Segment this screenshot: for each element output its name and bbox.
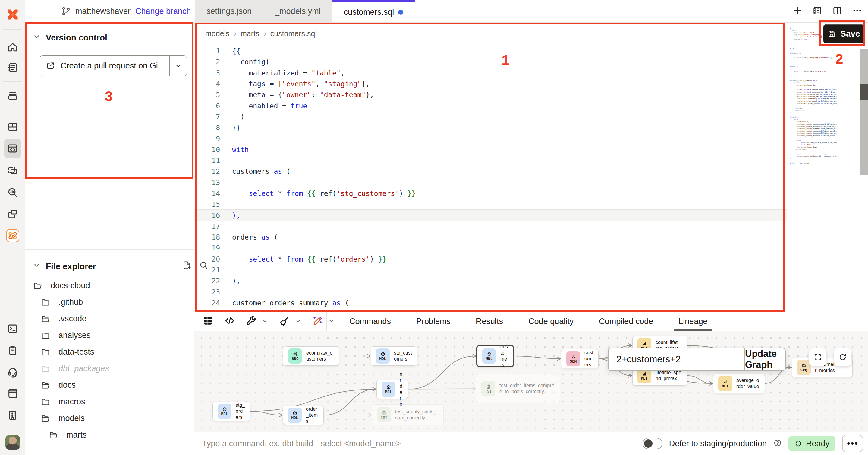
- lineage-node-customers[interactable]: MDLcustomers: [476, 345, 514, 367]
- split-view-icon[interactable]: [832, 5, 843, 17]
- code-line-6[interactable]: 6 enabled = true: [194, 100, 786, 111]
- panel-tab-problems[interactable]: Problems: [404, 312, 463, 331]
- panel-tab-compiled-code[interactable]: Compiled code: [586, 312, 666, 331]
- code-line-11[interactable]: 11: [194, 155, 786, 166]
- tree-item-.github[interactable]: .github: [25, 294, 194, 311]
- code-lines[interactable]: 1{{2 config(3 materialized = "table",4 t…: [194, 46, 786, 308]
- nav-notes-icon[interactable]: [6, 344, 19, 357]
- chevron-down-icon[interactable]: [301, 317, 302, 325]
- lineage-node-customers[interactable]: SEMcustomers: [561, 349, 598, 368]
- lint-button[interactable]: [279, 315, 290, 328]
- code-line-21[interactable]: 21: [194, 265, 786, 276]
- save-button[interactable]: Save: [823, 24, 864, 44]
- panel-tab-results[interactable]: Results: [463, 312, 516, 331]
- new-tab-icon[interactable]: [792, 5, 803, 17]
- lineage-node-test_supply_costs_sum_correctly[interactable]: TSTtest_supply_costs_sum_correctly: [372, 404, 444, 425]
- command-input[interactable]: Type a command, ex. dbt build --select <…: [202, 432, 564, 455]
- code-line-10[interactable]: 10with: [194, 144, 786, 155]
- code-line-18[interactable]: 18orders as (: [194, 232, 786, 243]
- lineage-node-order_items[interactable]: MDLorder_items: [283, 405, 324, 425]
- tree-item-analyses[interactable]: analyses: [25, 327, 194, 344]
- lineage-node-test_order_items_compute_to_bools_correctly[interactable]: TSTtest_order_items_compute_to_bools_cor…: [476, 374, 560, 403]
- code-line-5[interactable]: 5 meta = {"owner": "data-team"},: [194, 89, 786, 100]
- code-line-17[interactable]: 17: [194, 221, 786, 232]
- code-line-3[interactable]: 3 materialized = "table",: [194, 67, 786, 79]
- code-line-24[interactable]: 24customer_orders_summary as (: [194, 297, 786, 308]
- panel-tab-commands[interactable]: Commands: [337, 312, 404, 331]
- nav-notebooks-icon[interactable]: [6, 61, 19, 74]
- change-branch-link[interactable]: Change branch: [135, 7, 191, 16]
- breadcrumb-item[interactable]: customers.sql: [270, 29, 317, 38]
- panel-tab-lineage[interactable]: Lineage: [666, 312, 720, 331]
- breadcrumb-item[interactable]: models: [205, 29, 230, 38]
- code-line-2[interactable]: 2 config(: [194, 56, 786, 67]
- nav-support-icon[interactable]: [6, 365, 19, 379]
- tab-customers.sql[interactable]: customers.sql: [333, 0, 415, 22]
- code-line-14[interactable]: 14 select * from {{ ref('stg_customers')…: [194, 188, 786, 199]
- refresh-button[interactable]: [834, 348, 851, 366]
- preview-button[interactable]: [202, 315, 214, 328]
- chevron-down-icon[interactable]: [267, 317, 269, 325]
- scrollbar[interactable]: [860, 49, 868, 175]
- update-graph-button[interactable]: Update Graph: [744, 348, 785, 370]
- defer-toggle[interactable]: [643, 438, 662, 449]
- code-line-1[interactable]: 1{{: [194, 46, 786, 56]
- code-line-9[interactable]: 9: [194, 133, 786, 144]
- tree-item-macros[interactable]: macros: [25, 394, 194, 410]
- nav-orchestration-icon[interactable]: [6, 207, 19, 221]
- tree-item-dbt_packages[interactable]: dbt_packages: [25, 360, 194, 377]
- code-line-20[interactable]: 20 select * from {{ ref('orders') }}: [194, 254, 786, 265]
- nav-account-icon[interactable]: [6, 408, 19, 422]
- chevron-down-icon[interactable]: [33, 261, 41, 272]
- lineage-node-stg_orders[interactable]: MDLstg_orders: [213, 402, 250, 421]
- build-button[interactable]: [246, 315, 257, 328]
- branch-name[interactable]: matthewshaver-patc: [75, 7, 131, 16]
- copilot-fix-button[interactable]: [312, 315, 323, 328]
- nav-terminal-icon[interactable]: [6, 322, 19, 335]
- nav-canvas-icon[interactable]: [6, 164, 19, 177]
- tab-_models.yml[interactable]: _models.yml: [264, 0, 333, 22]
- code-line-22[interactable]: 22),: [194, 276, 786, 286]
- code-line-19[interactable]: 19: [194, 243, 786, 253]
- lineage-node-orders[interactable]: MDLorders: [376, 379, 408, 399]
- lineage-node-stg_customers[interactable]: MDLstg_customers: [371, 346, 417, 366]
- chevron-down-icon[interactable]: [334, 317, 335, 325]
- create-pr-button[interactable]: Create a pull request on Gi...: [40, 56, 170, 76]
- code-line-13[interactable]: 13: [194, 177, 786, 188]
- panel-tab-code-quality[interactable]: Code quality: [516, 312, 586, 331]
- search-files-icon[interactable]: [199, 260, 209, 270]
- create-pr-caret-button[interactable]: [170, 56, 187, 76]
- lineage-node-average_order_value[interactable]: METaverage_order_value: [713, 373, 765, 394]
- fullscreen-button[interactable]: [809, 348, 827, 366]
- code-line-23[interactable]: 23: [194, 287, 786, 297]
- nav-catalog-icon[interactable]: [6, 186, 19, 199]
- code-line-8[interactable]: 8}}: [194, 122, 786, 133]
- nav-studio-ide-icon[interactable]: [6, 142, 19, 155]
- nav-docs-icon[interactable]: [6, 387, 19, 400]
- new-file-icon[interactable]: [182, 260, 192, 270]
- tree-item-models[interactable]: models: [25, 410, 194, 427]
- tree-item-marts[interactable]: marts: [25, 427, 194, 443]
- nav-copilot-icon[interactable]: [6, 229, 19, 242]
- help-icon[interactable]: [773, 439, 782, 448]
- code-line-4[interactable]: 4 tags = ["events", "staging"],: [194, 79, 786, 89]
- compile-button[interactable]: [224, 315, 236, 328]
- code-line-12[interactable]: 12customers as (: [194, 166, 786, 177]
- lineage-canvas[interactable]: SRCecom.raw_customersMDLstg_customersMDL…: [194, 331, 868, 432]
- tree-item-docs-cloud[interactable]: docs-cloud: [25, 277, 194, 294]
- lineage-node-ecom.raw_customers[interactable]: SRCecom.raw_customers: [283, 346, 339, 366]
- user-avatar[interactable]: [5, 435, 20, 450]
- code-line-7[interactable]: 7 ): [194, 111, 786, 122]
- nav-dashboards-icon[interactable]: [6, 120, 19, 134]
- tree-item-.vscode[interactable]: .vscode: [25, 311, 194, 327]
- code-line-15[interactable]: 15: [194, 199, 786, 210]
- scrollbar-thumb[interactable]: [860, 84, 868, 101]
- nav-jobs-icon[interactable]: [6, 89, 19, 102]
- tree-item-docs[interactable]: docs: [25, 377, 194, 394]
- lineage-selector-input[interactable]: [609, 348, 744, 370]
- ellipsis-icon[interactable]: [852, 5, 863, 17]
- minimap[interactable]: {{ config( materialized = "table", tags …: [789, 27, 837, 172]
- tab-settings.json[interactable]: settings.json: [195, 0, 264, 22]
- chevron-down-icon[interactable]: [33, 32, 41, 43]
- nav-home-icon[interactable]: [6, 40, 19, 54]
